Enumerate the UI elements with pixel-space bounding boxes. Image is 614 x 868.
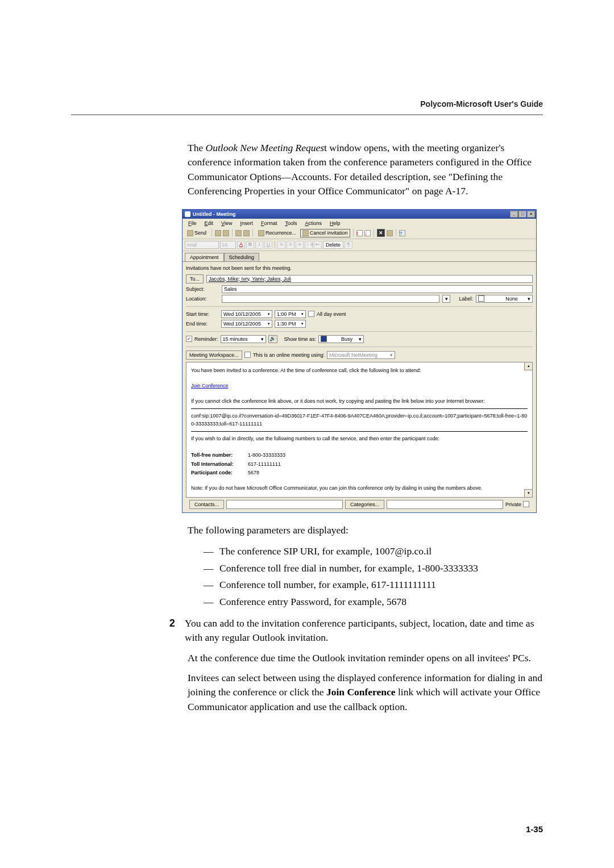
fontsize-selector[interactable]: 10 (220, 241, 236, 249)
insert-file-icon[interactable] (235, 230, 242, 236)
menu-help[interactable]: Help (326, 220, 344, 227)
showtimeas-select[interactable]: Busy▾ (318, 335, 364, 343)
copy-icon[interactable] (387, 230, 393, 236)
location-input[interactable] (222, 295, 439, 303)
send-button[interactable]: Send (185, 229, 209, 237)
meeting-workspace-button[interactable]: Meeting Workspace... (186, 350, 242, 360)
private-checkbox[interactable] (523, 501, 529, 507)
body-line1: You have been invited to a conference. A… (191, 367, 528, 375)
reminder-checkbox[interactable]: ✓ (186, 336, 192, 342)
contacts-input[interactable] (226, 500, 343, 509)
italic-icon[interactable]: I (255, 241, 263, 249)
cancel-invitation-button[interactable]: Cancel Invitation (300, 229, 350, 237)
online-meeting-checkbox[interactable] (244, 352, 251, 358)
align-right-icon[interactable]: ≡ (296, 241, 304, 249)
help-icon[interactable]: ? (399, 230, 405, 236)
tab-appointment[interactable]: Appointment (185, 253, 224, 261)
tab-scheduling[interactable]: Scheduling (224, 253, 260, 261)
print-icon[interactable] (223, 230, 229, 236)
allday-checkbox[interactable] (308, 311, 314, 317)
menu-view[interactable]: View (218, 220, 235, 227)
private-label: Private (505, 502, 521, 507)
window-title: Untitled - Meeting (193, 211, 236, 217)
scroll-down-icon[interactable]: ▾ (524, 489, 532, 497)
invitation-notice: Invitations have not been sent for this … (186, 263, 533, 274)
intro-pre: The (188, 142, 206, 153)
menubar: File Edit View Insert Format Tools Actio… (182, 219, 536, 228)
contacts-button[interactable]: Contacts... (189, 500, 224, 509)
online-meeting-select: Microsoft NetMeeting▾ (327, 351, 395, 359)
reminder-label: Reminder: (194, 336, 218, 342)
conf-uri: conf:sip:1007@ip.co.il?conversation-id=4… (191, 412, 528, 428)
cancel-icon (302, 230, 309, 236)
recurrence-button[interactable]: Recurrence... (256, 229, 298, 237)
step-2: 2 You can add to the invitation conferen… (169, 616, 543, 645)
categories-button[interactable]: Categories... (345, 500, 384, 509)
location-dropdown[interactable]: ▾ (442, 295, 450, 303)
list-item: Conference toll number, for example, 617… (204, 577, 543, 594)
delete-x-button[interactable]: ✕ (377, 229, 385, 237)
recurrence-icon (258, 230, 264, 236)
exclaim-icon[interactable]: ! (356, 230, 363, 236)
minimize-button[interactable]: _ (510, 211, 518, 218)
list-item: The conference SIP URI, for example, 100… (204, 543, 543, 560)
label-none-icon (478, 295, 484, 302)
step-number: 2 (169, 616, 177, 645)
bullets-icon[interactable]: ⋮≡ (305, 241, 313, 249)
to-input[interactable]: Jacobs, Mike; Ivry, Yaniv; Jakes, Juli (206, 275, 533, 283)
reminder-select[interactable]: 15 minutes▾ (221, 335, 266, 343)
scroll-up-icon[interactable]: ▴ (524, 362, 532, 370)
outdent-icon[interactable]: ⇤ (314, 241, 322, 249)
bold-icon[interactable]: B (246, 241, 254, 249)
list-item: Conference toll free dial in number, for… (204, 560, 543, 577)
pcode-value: 5678 (248, 469, 259, 477)
outlook-meeting-window: Untitled - Meeting _ □ × File Edit View … (182, 209, 537, 513)
font-color-icon[interactable]: A (237, 241, 245, 249)
menu-tools[interactable]: Tools (281, 220, 300, 227)
maximize-button[interactable]: □ (518, 211, 526, 218)
delete-button[interactable]: Delete (323, 241, 343, 249)
font-selector[interactable]: Arial (185, 241, 219, 249)
titlebar[interactable]: Untitled - Meeting _ □ × (182, 210, 536, 219)
tollfree-value: 1-800-33333333 (248, 452, 285, 460)
menu-format[interactable]: Format (258, 220, 281, 227)
meeting-body[interactable]: ▴ ▾ You have been invited to a conferenc… (186, 362, 533, 498)
app-icon (185, 211, 190, 217)
to-button[interactable]: To... (186, 274, 204, 283)
page-number: 1-35 (526, 824, 543, 834)
categories-input[interactable] (387, 500, 503, 509)
accounts-icon[interactable] (215, 230, 221, 236)
label-select[interactable]: None▾ (476, 295, 533, 303)
busy-color-icon (321, 336, 327, 342)
label-label: Label: (459, 296, 473, 302)
format-toolbar: Arial 10 A B I U ≡ ≡ ≡ ⋮≡ ⇤ Delete ¶ (182, 239, 536, 251)
start-time-input[interactable]: 1:00 PM▾ (275, 310, 306, 318)
send-icon (187, 230, 193, 236)
align-center-icon[interactable]: ≡ (287, 241, 294, 249)
menu-edit[interactable]: Edit (201, 220, 217, 227)
reminder-sound-button[interactable]: 🔊 (268, 335, 277, 343)
close-button[interactable]: × (527, 211, 535, 218)
pcode-label: Participant code: (191, 469, 243, 477)
arrow-down-icon[interactable]: ↓ (364, 230, 371, 236)
join-conference-link[interactable]: Join Conference (191, 383, 229, 389)
params-intro: The following parameters are displayed: (188, 523, 543, 537)
subject-input[interactable]: Sales (222, 285, 533, 293)
end-time-input[interactable]: 1:30 PM▾ (275, 320, 306, 328)
underline-icon[interactable]: U (264, 241, 272, 249)
step-text: You can add to the invitation conference… (185, 616, 543, 645)
start-label: Start time: (186, 311, 219, 317)
indent-icon[interactable]: ¶ (345, 241, 352, 249)
subject-label: Subject: (186, 286, 219, 292)
align-left-icon[interactable]: ≡ (277, 241, 285, 249)
menu-file[interactable]: File (185, 220, 200, 227)
body-note: Note: If you do not have Microsoft Offic… (191, 485, 528, 493)
tollintl-value: 617-11111111 (248, 461, 281, 469)
end-date-input[interactable]: Wed 10/12/2005▾ (221, 320, 272, 328)
menu-insert[interactable]: Insert (237, 220, 256, 227)
menu-actions[interactable]: Actions (301, 220, 325, 227)
online-meeting-label: This is an online meeting using: (253, 352, 325, 358)
attach-icon[interactable] (243, 230, 250, 236)
start-date-input[interactable]: Wed 10/12/2005▾ (221, 310, 272, 318)
location-label: Location: (186, 296, 219, 302)
